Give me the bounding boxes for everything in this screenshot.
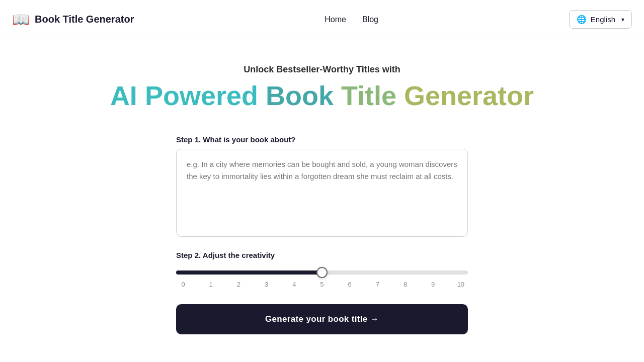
main-content: Unlock Bestseller-Worthy Titles with AI … — [0, 39, 644, 334]
step2-label: Step 2. Adjust the creativity — [176, 251, 468, 259]
tick-6: 6 — [345, 281, 355, 288]
tick-8: 8 — [400, 281, 411, 288]
hero-subtitle: Unlock Bestseller-Worthy Titles with — [244, 64, 400, 75]
heading-title: Title — [334, 80, 396, 111]
chevron-down-icon: ▾ — [621, 16, 624, 23]
book-description-textarea[interactable] — [176, 149, 468, 237]
language-label: English — [591, 15, 615, 24]
generate-button[interactable]: Generate your book title → — [176, 304, 468, 334]
nav-link-home[interactable]: Home — [325, 15, 346, 24]
logo-icon: 📖 — [12, 11, 30, 28]
tick-5: 5 — [317, 281, 327, 288]
language-selector[interactable]: 🌐 English ▾ — [569, 10, 632, 29]
tick-2: 2 — [233, 281, 244, 288]
tick-0: 0 — [178, 281, 188, 288]
creativity-slider[interactable] — [176, 270, 468, 275]
logo-text: Book Title Generator — [35, 14, 134, 25]
globe-icon: 🌐 — [577, 15, 587, 24]
heading-powered: Powered — [137, 80, 258, 111]
creativity-slider-container: 0 1 2 3 4 5 6 7 8 9 10 — [176, 267, 468, 288]
tick-3: 3 — [262, 281, 272, 288]
tick-7: 7 — [372, 281, 382, 288]
tick-9: 9 — [428, 281, 438, 288]
nav-links: Home Blog — [325, 15, 378, 24]
hero-heading: AI Powered Book Title Generator — [110, 80, 534, 111]
step1-label: Step 1. What is your book about? — [176, 135, 468, 144]
nav-link-blog[interactable]: Blog — [362, 15, 378, 24]
heading-book: Book — [258, 80, 334, 111]
heading-ai: AI — [110, 80, 137, 111]
navbar: 📖 Book Title Generator Home Blog 🌐 Engli… — [0, 0, 644, 39]
slider-ticks: 0 1 2 3 4 5 6 7 8 9 10 — [176, 281, 468, 288]
tick-10: 10 — [456, 281, 466, 288]
tick-1: 1 — [206, 281, 216, 288]
form-section: Step 1. What is your book about? Step 2.… — [176, 135, 468, 334]
tick-4: 4 — [289, 281, 299, 288]
logo[interactable]: 📖 Book Title Generator — [12, 11, 134, 28]
heading-generator: Generator — [396, 80, 534, 111]
